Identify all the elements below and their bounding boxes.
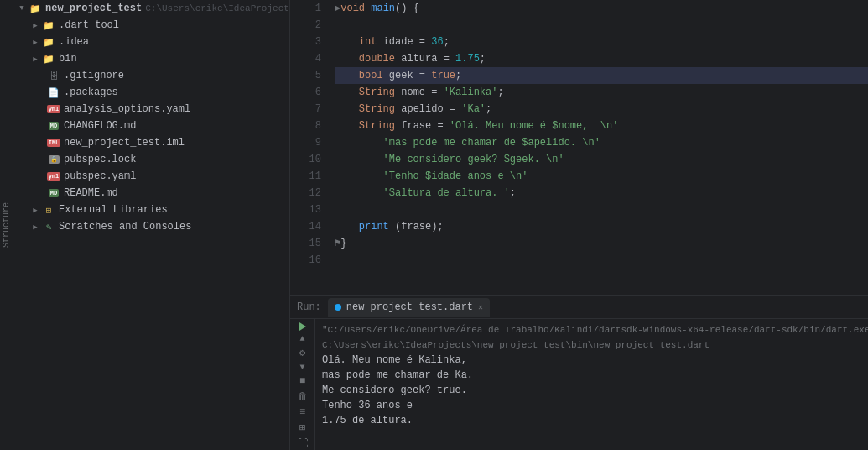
readme-label: README.md xyxy=(64,187,118,199)
tree-idea[interactable]: 📁 .idea xyxy=(13,34,289,50)
line-num-12: 12 xyxy=(290,185,321,201)
gitignore-label: .gitignore xyxy=(64,70,124,81)
run-up-button[interactable]: ▲ xyxy=(294,334,312,343)
arrow-icon xyxy=(30,222,40,232)
tree-gitignore[interactable]: 🗄 .gitignore xyxy=(13,67,289,84)
idea-label: .idea xyxy=(59,36,89,48)
run-toolbar: ▲ ⚙ ▼ ■ 🗑 ≡ ⊞ ⛶ xyxy=(290,319,315,450)
iml-label: new_project_test.iml xyxy=(64,137,185,149)
line-num-9: 9 xyxy=(290,134,321,151)
run-down-button[interactable]: ▼ xyxy=(294,363,312,372)
code-line-8: String frase = 'Olá. Meu nome é $nome, \… xyxy=(335,118,868,134)
run-layout-button[interactable]: ⊞ xyxy=(294,421,312,434)
run-close-button[interactable]: 🗑 xyxy=(294,390,312,403)
structure-tab-label: Structure xyxy=(2,202,11,248)
code-line-4: double altura = 1.75; xyxy=(335,50,868,67)
scratches-label: Scratches and Consoles xyxy=(59,221,191,233)
file-icon: 🗄 xyxy=(47,69,60,82)
tree-pubspec-lock[interactable]: 🔒 pubspec.lock xyxy=(13,151,289,168)
line-num-6: 6 xyxy=(290,84,321,101)
line-num-11: 11 xyxy=(290,168,321,185)
run-tab-label: new_project_test.dart xyxy=(346,301,473,313)
output-line-5: 1.75 de altura. xyxy=(322,413,861,428)
file-tree: 📁 new_project_test C:\Users\erikc\IdeaPr… xyxy=(13,0,290,450)
code-line-2 xyxy=(335,17,868,34)
arrow-icon xyxy=(30,20,40,30)
run-filter-button[interactable]: ≡ xyxy=(294,406,312,418)
changelog-label: CHANGELOG.md xyxy=(64,120,136,132)
run-label: Run: xyxy=(297,301,321,313)
scratch-icon: ✎ xyxy=(42,220,55,233)
run-tab-bar: Run: new_project_test.dart ✕ xyxy=(290,296,868,319)
line-num-5: 5 xyxy=(290,67,321,84)
folder-icon: 📁 xyxy=(29,2,42,15)
code-line-10: 'Me considero geek? $geek. \n' xyxy=(335,151,868,168)
line-num-3: 3 xyxy=(290,34,321,50)
folder-icon: 📁 xyxy=(42,18,55,32)
tree-scratches[interactable]: ✎ Scratches and Consoles xyxy=(13,218,289,235)
md-icon: MD xyxy=(47,119,60,133)
ext-libs-label: External Libraries xyxy=(59,204,168,216)
tree-pubspec-yaml[interactable]: yml pubspec.yaml xyxy=(13,168,289,185)
close-tab-button[interactable]: ✕ xyxy=(478,302,483,312)
tree-dart-tool[interactable]: 📁 .dart_tool xyxy=(13,17,289,34)
code-line-13 xyxy=(335,201,868,218)
output-line-2: mas pode me chamar de Ka. xyxy=(322,368,861,383)
arrow-icon xyxy=(30,205,40,215)
structure-tab[interactable]: Structure xyxy=(0,0,13,450)
line-num-8: 8 xyxy=(290,118,321,134)
code-line-15: ⚑} xyxy=(335,235,868,252)
dart-tool-label: .dart_tool xyxy=(59,19,119,31)
code-lines[interactable]: ▶void main() { int idade = 36; double al… xyxy=(328,0,868,295)
code-line-14: print (frase); xyxy=(335,218,868,235)
line-num-1: 1 xyxy=(290,0,321,17)
line-num-13: 13 xyxy=(290,201,321,218)
code-line-11: 'Tenho $idade anos e \n' xyxy=(335,168,868,185)
code-line-12: '$altura de altura. '; xyxy=(335,185,868,201)
file-icon: 📄 xyxy=(47,86,60,99)
code-editor: 1 2 3 4 5 6 7 8 9 10 11 12 13 14 15 16 xyxy=(290,0,868,295)
tree-packages[interactable]: 📄 .packages xyxy=(13,84,289,101)
run-settings-button[interactable]: ⚙ xyxy=(294,347,312,359)
md2-icon: MD xyxy=(47,186,60,200)
output-line-1: Olá. Meu nome é Kalinka, xyxy=(322,353,861,368)
lib-icon: ⊞ xyxy=(42,203,55,217)
cmd-line-2: C:\Users\erikc\IdeaProjects\new_project_… xyxy=(322,338,861,353)
tree-changelog[interactable]: MD CHANGELOG.md xyxy=(13,118,289,134)
iml-icon: IML xyxy=(47,136,60,149)
run-panel: Run: new_project_test.dart ✕ ▲ ⚙ ▼ ■ xyxy=(290,295,868,450)
tree-bin[interactable]: 📁 bin xyxy=(13,50,289,67)
code-line-9: 'mas pode me chamar de $apelido. \n' xyxy=(335,134,868,151)
run-stop-button[interactable]: ■ xyxy=(294,375,312,387)
tree-root[interactable]: 📁 new_project_test C:\Users\erikc\IdeaPr… xyxy=(13,0,289,17)
play-icon xyxy=(299,322,306,331)
line-num-15: 15 xyxy=(290,235,321,252)
tree-readme[interactable]: MD README.md xyxy=(13,185,289,201)
folder-icon: 📁 xyxy=(42,35,55,49)
tree-ext-libs[interactable]: ⊞ External Libraries xyxy=(13,201,289,218)
run-play-button[interactable] xyxy=(294,322,312,331)
run-tab[interactable]: new_project_test.dart ✕ xyxy=(328,298,490,317)
line-numbers: 1 2 3 4 5 6 7 8 9 10 11 12 13 14 15 16 xyxy=(290,0,328,295)
run-content: ▲ ⚙ ▼ ■ 🗑 ≡ ⊞ ⛶ "C:/Users/erikc/OneDrive… xyxy=(290,319,868,450)
line-num-2: 2 xyxy=(290,17,321,34)
code-line-3: int idade = 36; xyxy=(335,34,868,50)
line-num-7: 7 xyxy=(290,101,321,118)
output-line-4: Tenho 36 anos e xyxy=(322,398,861,413)
line-num-10: 10 xyxy=(290,151,321,168)
output-line-3: Me considero geek? true. xyxy=(322,383,861,398)
packages-label: .packages xyxy=(64,86,118,98)
run-misc-button[interactable]: ⛶ xyxy=(294,437,312,450)
line-num-14: 14 xyxy=(290,218,321,235)
code-line-1: ▶void main() { xyxy=(335,0,868,17)
pubspec-yaml-label: pubspec.yaml xyxy=(64,170,136,182)
line-num-16: 16 xyxy=(290,252,321,269)
tree-iml[interactable]: IML new_project_test.iml xyxy=(13,134,289,151)
cmd-line-1: "C:/Users/erikc/OneDrive/Área de Trabalh… xyxy=(322,322,861,338)
folder-icon: 📁 xyxy=(42,52,55,65)
pubspec-lock-label: pubspec.lock xyxy=(64,154,136,165)
bin-label: bin xyxy=(59,53,77,65)
arrow-icon xyxy=(30,54,40,64)
tree-analysis[interactable]: yml analysis_options.yaml xyxy=(13,101,289,118)
yaml-icon: yml xyxy=(47,102,60,116)
